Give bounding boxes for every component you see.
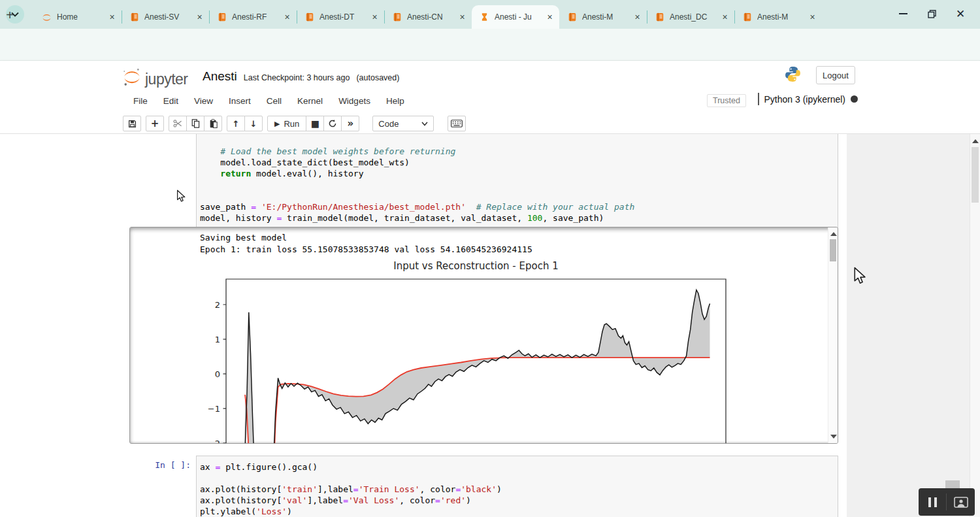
minimize-icon (899, 13, 907, 14)
output-scroll-area[interactable]: Saving best model Epoch 1: train loss 55… (129, 227, 838, 444)
notebook-favicon (217, 12, 227, 22)
keyboard-icon (451, 120, 463, 127)
notebook-favicon (742, 12, 752, 22)
restart-kernel-button[interactable] (323, 116, 342, 131)
add-cell-button[interactable]: + (146, 116, 164, 131)
code-line: plt.ylabel('Loss') (200, 506, 834, 517)
cell-type-select[interactable]: Code (372, 116, 434, 131)
arrow-down-icon: ↓ (250, 119, 257, 129)
move-cell-down-button[interactable]: ↓ (244, 116, 263, 131)
browser-tab[interactable]: Anesti-SV× (122, 5, 209, 29)
play-icon: ▶ (274, 120, 280, 128)
notebook-favicon (655, 12, 664, 22)
tab-close-icon[interactable]: × (632, 12, 643, 23)
tab-title: Home (57, 12, 106, 22)
tab-title: Anesti-M (757, 12, 807, 22)
menu-file[interactable]: File (125, 96, 155, 106)
move-cell-up-button[interactable]: ↑ (227, 116, 245, 131)
jupyter-logo-icon (122, 67, 142, 88)
new-tab-button[interactable]: + (0, 5, 20, 25)
output-line: Epoch 1: train loss 55.15078533853748 va… (200, 244, 532, 256)
browser-tab[interactable]: Anesti-CN× (384, 5, 472, 29)
output-scrollbar-thumb[interactable] (830, 239, 836, 261)
checkpoint-status: Last Checkpoint: 3 hours ago (244, 73, 350, 82)
logout-button[interactable]: Logout (816, 66, 855, 84)
cut-cell-button[interactable] (169, 116, 187, 131)
paste-cell-button[interactable] (204, 116, 222, 131)
page-right-margin (847, 134, 970, 517)
page-scrollbar[interactable] (970, 134, 980, 517)
code-line (200, 179, 834, 190)
code-line: ax.plot(history['train'],label='Train Lo… (200, 484, 834, 495)
tab-title: Anesti-RF (232, 12, 282, 22)
restart-run-all-button[interactable]: » (341, 116, 359, 131)
code-cell-input[interactable]: ax = plt.figure().gca() ax.plot(history[… (196, 456, 838, 517)
stop-icon: ■ (311, 118, 319, 129)
code-cell-input[interactable]: # Load the best model weights before ret… (196, 134, 838, 229)
browser-tab[interactable]: Anesti-DT× (297, 5, 384, 29)
run-button[interactable]: ▶ Run (267, 116, 306, 131)
tab-close-icon[interactable]: × (544, 12, 555, 23)
interrupt-kernel-button[interactable]: ■ (306, 116, 324, 131)
jupyter-logo[interactable]: jupyter (122, 67, 188, 88)
menu-view[interactable]: View (186, 96, 221, 106)
menu-help[interactable]: Help (378, 96, 412, 106)
svg-text:2: 2 (215, 300, 220, 310)
pause-icon (934, 497, 937, 507)
notebook-toolbar: + ↑ ↓ ▶ Run ■ (123, 115, 466, 132)
tab-close-icon[interactable]: × (282, 12, 293, 23)
browser-tab[interactable]: Anesti-RF× (209, 5, 297, 29)
arrow-up-icon: ↑ (233, 119, 240, 129)
browser-tab-active[interactable]: Anesti - Ju× (472, 5, 559, 29)
save-icon (128, 120, 137, 128)
tab-close-icon[interactable]: × (369, 12, 380, 23)
notebook-title[interactable]: Anesti (203, 69, 237, 84)
window-restore-button[interactable] (917, 4, 946, 24)
tab-close-icon[interactable]: × (457, 12, 468, 23)
recording-overlay (919, 488, 975, 516)
jupyter-favicon (42, 12, 52, 22)
tab-close-icon[interactable]: × (807, 12, 818, 23)
kernel-name[interactable]: Python 3 (ipykernel) (764, 94, 846, 105)
output-line: Saving best model (200, 232, 532, 244)
menu-cell[interactable]: Cell (259, 96, 289, 106)
code-line: # Load the best model weights before ret… (200, 146, 834, 157)
pause-button[interactable] (919, 497, 946, 507)
command-palette-button[interactable] (448, 116, 466, 131)
scroll-up-icon[interactable] (830, 232, 837, 236)
python-logo-icon (784, 65, 802, 86)
window-minimize-button[interactable] (889, 4, 917, 24)
menu-edit[interactable]: Edit (155, 96, 186, 106)
copy-cell-button[interactable] (186, 116, 204, 131)
menu-widgets[interactable]: Widgets (331, 96, 378, 106)
svg-text:−2: −2 (208, 439, 220, 444)
svg-text:−1: −1 (208, 404, 220, 414)
plus-icon: + (151, 118, 159, 129)
code-line: return model.eval(), history (200, 168, 834, 179)
code-line: ax.plot(history['val'],label='Val Loss',… (200, 495, 834, 506)
chart-title: Input vs Reconstruction - Epoch 1 (226, 260, 726, 277)
output-scrollbar[interactable] (828, 227, 838, 443)
scroll-down-icon[interactable] (830, 435, 837, 439)
page-scrollbar-thumb[interactable] (972, 147, 979, 203)
menu-insert[interactable]: Insert (221, 96, 259, 106)
browser-tab[interactable]: Anesti_DC× (647, 5, 734, 29)
jupyter-logo-text: jupyter (145, 71, 188, 88)
tab-close-icon[interactable]: × (719, 12, 730, 23)
tab-separator (647, 10, 647, 24)
save-button[interactable] (123, 116, 141, 131)
tab-separator (384, 10, 385, 24)
browser-tab[interactable]: Anesti-M× (559, 5, 647, 29)
autosave-status: (autosaved) (356, 73, 399, 82)
menu-kernel[interactable]: Kernel (289, 96, 331, 106)
window-close-button[interactable]: ✕ (946, 4, 975, 24)
webcam-button[interactable] (947, 497, 975, 508)
chevron-down-icon (421, 122, 428, 126)
tab-close-icon[interactable]: × (106, 12, 118, 23)
window-controls: ✕ (889, 4, 975, 24)
browser-tab[interactable]: Anesti-M× (734, 5, 822, 29)
svg-text:1: 1 (215, 335, 220, 344)
scroll-up-icon[interactable] (972, 139, 979, 143)
browser-tab[interactable]: Home× (34, 5, 122, 29)
tab-close-icon[interactable]: × (194, 12, 205, 23)
